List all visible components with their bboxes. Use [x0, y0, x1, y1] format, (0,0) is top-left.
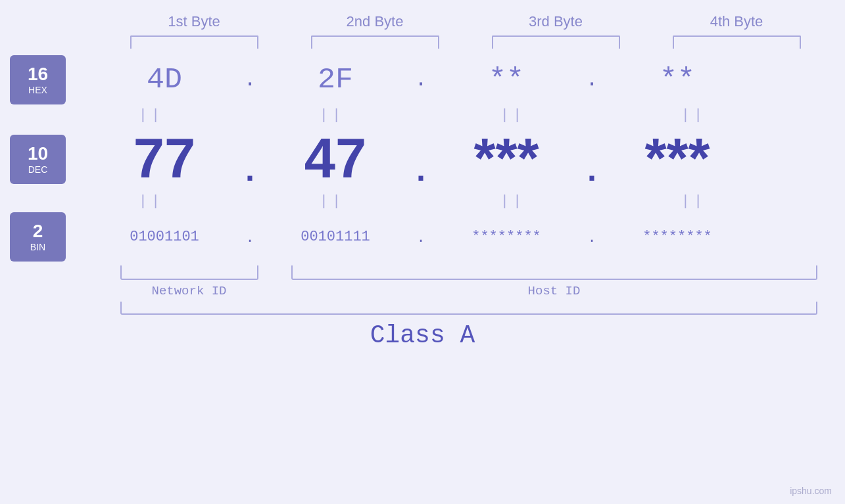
bracket-3: [492, 35, 620, 49]
hex-byte-4: **: [605, 63, 750, 97]
sep-1-4: ||: [621, 107, 766, 124]
main-container: 1st Byte 2nd Byte 3rd Byte 4th Byte 16 H…: [0, 0, 845, 504]
bin-row: 2 BIN 01001101 . 00101111 . ******** . *…: [0, 212, 845, 262]
top-brackets: [104, 35, 827, 49]
hex-dot-2: .: [408, 68, 434, 92]
host-id-label: Host ID: [291, 284, 817, 298]
sep-1-2: ||: [260, 107, 404, 124]
outer-bottom-bracket: [120, 302, 817, 315]
dec-row: 10 DEC 77 . 47 . *** . ***: [0, 126, 845, 191]
dec-badge-label: DEC: [28, 164, 48, 175]
hex-byte-1: 4D: [92, 63, 237, 97]
dec-byte-3: ***: [434, 126, 579, 191]
sep-2-2: ||: [260, 193, 404, 210]
dec-dot-3: .: [579, 153, 605, 191]
byte-label-1: 1st Byte: [122, 13, 266, 30]
dec-dot-2: .: [408, 153, 434, 191]
separator-1: || || || ||: [61, 107, 785, 124]
dec-byte-4: ***: [605, 126, 750, 191]
bracket-4: [673, 35, 801, 49]
byte-label-4: 4th Byte: [664, 13, 809, 30]
bin-byte-3: ********: [434, 229, 579, 245]
bin-badge-label: BIN: [30, 242, 45, 252]
sep-1-1: ||: [79, 107, 224, 124]
id-labels-row: Network ID Host ID: [120, 284, 817, 298]
network-bracket: [120, 265, 258, 280]
hex-dot-1: .: [237, 68, 263, 92]
sep-2-1: ||: [79, 193, 224, 210]
bin-byte-1: 01001101: [92, 229, 237, 245]
bin-values: 01001101 . 00101111 . ******** . *******…: [92, 227, 845, 247]
hex-badge-label: HEX: [28, 85, 47, 95]
dec-badge-number: 10: [28, 145, 48, 163]
byte-label-2: 2nd Byte: [302, 13, 447, 30]
hex-dot-3: .: [579, 68, 605, 92]
byte-label-3: 3rd Byte: [483, 13, 628, 30]
sep-2-3: ||: [441, 193, 585, 210]
bin-dot-1: .: [237, 227, 263, 247]
hex-values: 4D . 2F . ** . **: [92, 63, 845, 97]
bin-byte-2: 00101111: [263, 229, 408, 245]
dec-byte-1: 77: [92, 126, 237, 191]
hex-badge-number: 16: [28, 65, 48, 83]
hex-badge: 16 HEX: [10, 55, 66, 104]
network-id-label: Network ID: [120, 284, 258, 298]
bracket-2: [311, 35, 439, 49]
sep-1-3: ||: [441, 107, 585, 124]
hex-byte-2: 2F: [263, 63, 408, 97]
hex-row: 16 HEX 4D . 2F . ** . **: [0, 55, 845, 104]
bin-dot-3: .: [579, 227, 605, 247]
class-label: Class A: [0, 321, 845, 350]
bin-byte-4: ********: [605, 229, 750, 245]
byte-headers: 1st Byte 2nd Byte 3rd Byte 4th Byte: [104, 13, 827, 30]
sep-2-4: ||: [621, 193, 766, 210]
dec-values: 77 . 47 . *** . ***: [92, 126, 845, 191]
watermark: ipshu.com: [790, 486, 832, 496]
separator-2: || || || ||: [61, 193, 785, 210]
bracket-gap: [258, 265, 291, 280]
bin-badge-number: 2: [33, 222, 43, 241]
host-bracket: [291, 265, 817, 280]
bottom-bracket-row: [120, 265, 817, 280]
bin-dot-2: .: [408, 227, 434, 247]
hex-byte-3: **: [434, 63, 579, 97]
bracket-1: [130, 35, 258, 49]
dec-badge: 10 DEC: [10, 135, 66, 184]
bin-badge: 2 BIN: [10, 212, 66, 262]
dec-dot-1: .: [237, 153, 263, 191]
dec-byte-2: 47: [263, 126, 408, 191]
